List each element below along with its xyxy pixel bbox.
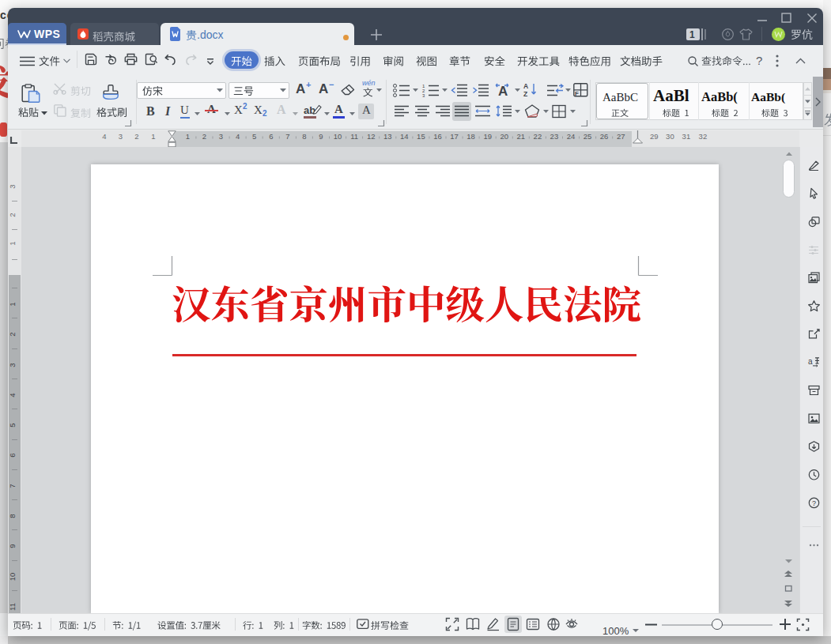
svg-text:a: a — [808, 357, 813, 366]
svg-text:?: ? — [812, 499, 816, 507]
